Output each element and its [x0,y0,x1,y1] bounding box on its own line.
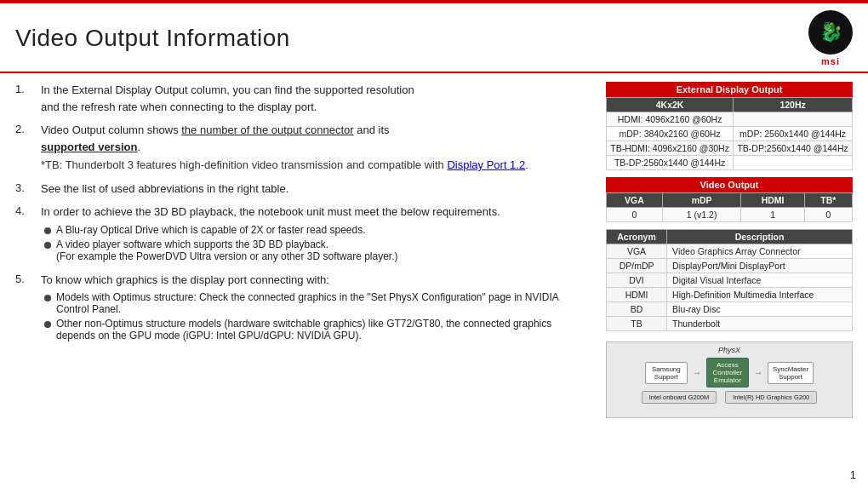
item-5-bullet-2: Other non-Optimus structure models (hard… [44,318,592,342]
right-column: External Display Output 4Kx2K 120Hz HDMI… [606,82,853,418]
video-output-table: VGA mDP HDMI TB* 0 1 (v1.2) 1 0 [606,192,853,222]
physx-bottom: Intel onboard G200M Intel(R) HD Graphics… [610,391,848,404]
bullet-dot-4 [44,321,51,328]
item-4-bullets: A Blu-ray Optical Drive which is capable… [41,224,592,262]
ext-col1-header: 4Kx2K [607,98,734,112]
ext-row-4: TB-DP:2560x1440 @144Hz [607,156,853,170]
vo-vga-value: 0 [607,208,663,222]
ext-row-2: mDP: 3840x2160 @60Hz mDP: 2560x1440 @144… [607,127,853,141]
ext-r3c1: TB-HDMI: 4096x2160 @30Hz [607,141,734,156]
physx-card-access: AccessControllerEmulator [706,358,749,388]
description-cell: High-Definition Multimedia Interface [667,288,853,302]
acronym-row: DVIDigital Visual Interface [607,273,853,288]
ext-r1c2 [734,112,853,127]
item-1-content: In the External Display Output column, y… [41,82,592,115]
acronym-header-row: Acronym Description [607,230,853,244]
external-display-title: External Display Output [606,82,853,97]
acronym-row: DP/mDPDisplayPort/Mini DisplayPort [607,259,853,273]
physx-title: PhysX [610,346,848,354]
bullet-dot-1 [44,227,51,234]
ext-row-3: TB-HDMI: 4096x2160 @30Hz TB-DP:2560x1440… [607,141,853,156]
bullet-dot-3 [44,295,51,301]
acronym-cell: DP/mDP [607,259,667,273]
item-4-bullet-2-text: A video player software which supports t… [56,238,398,262]
item-4-text: In order to achieve the 3D BD playback, … [41,204,592,221]
item-2-supported: supported version [41,141,137,153]
item-2: 2. Video Output column shows the number … [15,122,592,174]
vo-mdp-value: 1 (v1.2) [662,208,741,222]
item-1: 1. In the External Display Output column… [15,82,592,115]
acronym-cell: TB [607,317,667,331]
ext-r4c2 [734,156,853,170]
item-2-content: Video Output column shows the number of … [41,122,592,174]
item-1-number: 1. [15,82,34,115]
physx-arrow-1: → [693,368,701,377]
left-column: 1. In the External Display Output column… [15,82,592,418]
item-5-bullets: Models with Optimus structure: Check the… [41,291,592,342]
item-5-bullet-2-text: Other non-Optimus structure models (hard… [56,318,592,342]
item-2-underline: the number of the output connector [181,123,353,136]
vo-header-tb: TB* [804,193,852,208]
bullet-dot-2 [44,242,51,249]
acronym-cell: VGA [607,244,667,259]
description-cell: Digital Visual Interface [667,273,853,288]
physx-diagram: PhysX SamsungSupport → AccessControllerE… [606,342,853,418]
acronym-cell: DVI [607,273,667,288]
physx-arrow-2: → [754,368,762,377]
vo-tb-value: 0 [804,208,852,222]
description-cell: Thunderbolt [667,317,853,331]
external-display-section: External Display Output 4Kx2K 120Hz HDMI… [606,82,853,170]
acronym-table: Acronym Description VGAVideo Graphics Ar… [606,229,853,331]
item-3-content: See the list of used abbreviations in th… [41,181,592,198]
ext-r2c2: mDP: 2560x1440 @144Hz [734,127,853,141]
item-1-text: In the External Display Output column, y… [41,82,592,115]
ext-row-1: HDMI: 4096x2160 @60Hz [607,112,853,127]
item-4: 4. In order to achieve the 3D BD playbac… [15,204,592,265]
description-cell: DisplayPort/Mini DisplayPort [667,259,853,273]
acronym-col-header: Acronym [607,230,667,244]
item-4-number: 4. [15,204,34,265]
ext-col2-header: 120Hz [734,98,853,112]
item-5-bullet-1-text: Models with Optimus structure: Check the… [56,291,592,315]
msi-text: msi [821,56,840,66]
main-content: 1. In the External Display Output column… [0,73,868,427]
ext-r4c1: TB-DP:2560x1440 @144Hz [607,156,734,170]
dragon-icon: 🐉 [819,21,842,43]
acronym-cell: HDMI [607,288,667,302]
acronym-row: BDBlu-ray Disc [607,302,853,317]
page-title: Video Output Information [15,25,290,52]
item-4-bullet-2: A video player software which supports t… [44,238,592,262]
ext-r2c1: mDP: 3840x2160 @60Hz [607,127,734,141]
physx-inner: SamsungSupport → AccessControllerEmulato… [610,358,848,388]
description-col-header: Description [667,230,853,244]
physx-card-sync: SyncMasterSupport [768,362,814,384]
item-2-number: 2. [15,122,34,174]
item-5-bullet-1: Models with Optimus structure: Check the… [44,291,592,315]
item-5-text: To know which graphics is the display po… [41,272,592,289]
item-2-note: *TB: Thunderbolt 3 features high-definit… [41,157,592,174]
video-output-title: Video Output [606,177,853,192]
display-port-link: Display Port 1.2 [447,158,525,171]
vo-values-row: 0 1 (v1.2) 1 0 [607,208,853,222]
item-4-bullet-1: A Blu-ray Optical Drive which is capable… [44,224,592,236]
physx-bottom-hd: Intel(R) HD Graphics G200 [725,391,817,404]
item-2-text: Video Output column shows the number of … [41,122,592,155]
page-number: 1 [850,468,856,481]
item-3-text: See the list of used abbreviations in th… [41,181,592,198]
vo-header-vga: VGA [607,193,663,208]
item-3-number: 3. [15,181,34,198]
ext-r3c2: TB-DP:2560x1440 @144Hz [734,141,853,156]
video-output-section: Video Output VGA mDP HDMI TB* 0 1 (v1.2)… [606,177,853,222]
acronym-section: Acronym Description VGAVideo Graphics Ar… [606,229,853,331]
item-3: 3. See the list of used abbreviations in… [15,181,592,198]
vo-header-mdp: mDP [662,193,741,208]
msi-logo-bg: 🐉 [808,10,853,55]
physx-bottom-intel: Intel onboard G200M [642,391,717,404]
item-4-bullet-1-text: A Blu-ray Optical Drive which is capable… [56,224,366,236]
description-cell: Video Graphics Array Connector [667,244,853,259]
acronym-row: HDMIHigh-Definition Multimedia Interface [607,288,853,302]
description-cell: Blu-ray Disc [667,302,853,317]
item-5: 5. To know which graphics is the display… [15,272,592,345]
vo-header-row: VGA mDP HDMI TB* [607,193,853,208]
item-5-content: To know which graphics is the display po… [41,272,592,345]
